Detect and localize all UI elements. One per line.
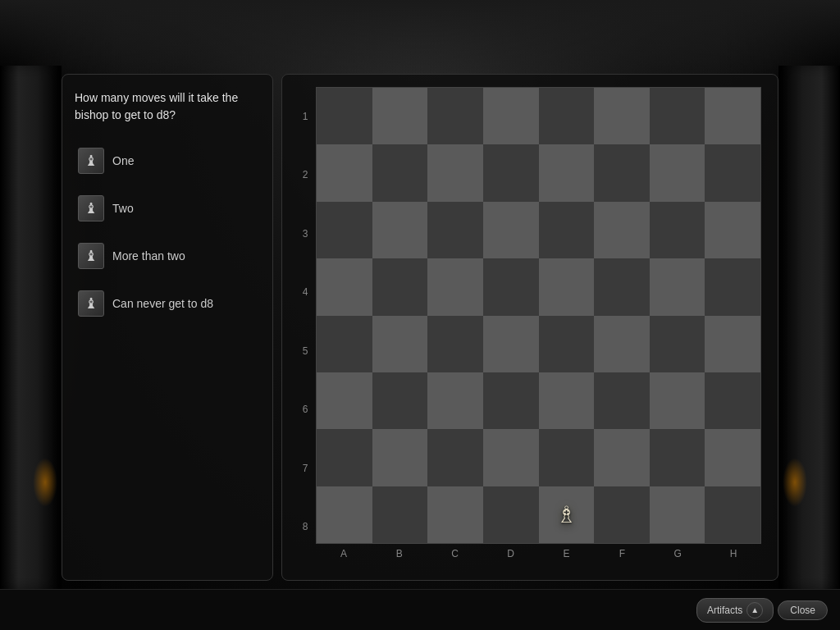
question-text: How many moves will it take the bishop t… [75, 89, 260, 124]
chess-square [650, 88, 705, 144]
chess-area: 8 7 6 5 4 3 2 1 ♗ A B C D E F G H [281, 74, 778, 581]
chess-square [427, 202, 483, 258]
answer-option-two[interactable]: ♝ Two [75, 192, 260, 225]
chess-square [594, 202, 650, 258]
chess-square [317, 429, 372, 486]
file-label-e: E [539, 548, 595, 559]
chess-square [539, 144, 595, 201]
chess-square [427, 258, 483, 315]
chess-square [483, 144, 539, 201]
chess-square [539, 372, 595, 429]
file-labels: A B C D E F G H [316, 548, 761, 559]
chess-square [650, 258, 705, 315]
chess-square [539, 88, 595, 144]
chess-square [372, 258, 428, 315]
chess-square [483, 88, 539, 144]
chess-square [483, 372, 539, 429]
chess-square [317, 258, 372, 315]
chess-square [594, 486, 650, 543]
chess-square [705, 144, 760, 201]
chess-square [650, 372, 705, 429]
chess-square [705, 202, 760, 258]
chess-square [317, 144, 372, 201]
question-panel: How many moves will it take the bishop t… [62, 74, 273, 581]
answer-option-more[interactable]: ♝ More than two [75, 240, 260, 272]
rank-label-6: 6 [299, 381, 312, 440]
chess-square [594, 88, 650, 144]
chess-square [317, 372, 372, 429]
file-label-f: F [594, 548, 650, 559]
chess-square [427, 316, 483, 372]
rank-label-1: 1 [299, 87, 312, 146]
rank-label-7: 7 [299, 439, 312, 498]
chess-square [317, 202, 372, 258]
chess-square [372, 144, 428, 201]
chess-square [427, 486, 483, 543]
chess-square [372, 486, 428, 543]
chess-square [427, 88, 483, 144]
chess-square [483, 258, 539, 315]
rank-label-3: 3 [299, 204, 312, 263]
main-content: How many moves will it take the bishop t… [62, 74, 778, 581]
chess-square [650, 486, 705, 543]
chess-square [483, 316, 539, 372]
chess-square [705, 372, 760, 429]
chess-square [372, 429, 428, 486]
board-with-coords: 8 7 6 5 4 3 2 1 ♗ A B C D E F G H [299, 87, 761, 559]
chess-square [427, 372, 483, 429]
artifacts-button[interactable]: Artifacts ▲ [696, 598, 774, 623]
chess-square [705, 88, 760, 144]
file-label-d: D [483, 548, 539, 559]
chess-square [594, 316, 650, 372]
answer-icon-more: ♝ [78, 243, 104, 269]
answer-option-one[interactable]: ♝ One [75, 144, 260, 177]
chess-square [539, 258, 595, 315]
chess-square [483, 202, 539, 258]
chess-square [372, 316, 428, 372]
chess-square [427, 429, 483, 486]
chess-square [705, 258, 760, 315]
chess-square [483, 486, 539, 543]
answer-icon-one: ♝ [78, 148, 104, 174]
chess-square [594, 258, 650, 315]
artifacts-arrow-icon[interactable]: ▲ [746, 602, 763, 619]
chess-square [427, 144, 483, 201]
bottom-bar: Artifacts ▲ Close [0, 589, 840, 630]
chess-square [372, 202, 428, 258]
answer-label-two: Two [112, 202, 134, 215]
chess-square [317, 316, 372, 372]
chess-square [594, 144, 650, 201]
chess-square [594, 372, 650, 429]
chess-square [705, 316, 760, 372]
file-label-h: H [705, 548, 761, 559]
file-label-c: C [427, 548, 483, 559]
answer-label-more: More than two [112, 249, 185, 262]
answer-label-never: Can never get to d8 [112, 297, 213, 310]
pillar-right [778, 66, 840, 589]
chess-square [483, 429, 539, 486]
chess-square [650, 144, 705, 201]
chess-square [705, 429, 760, 486]
board-and-files: ♗ A B C D E F G H [316, 87, 761, 559]
chess-square [372, 372, 428, 429]
bishop-piece: ♗ [556, 501, 577, 528]
ceiling-decoration [0, 0, 840, 74]
rank-labels: 8 7 6 5 4 3 2 1 [299, 87, 312, 559]
chess-square [539, 202, 595, 258]
answer-label-one: One [112, 154, 134, 167]
file-label-g: G [650, 548, 705, 559]
close-button[interactable]: Close [778, 600, 828, 620]
answer-icon-two: ♝ [78, 195, 104, 221]
rank-label-5: 5 [299, 322, 312, 381]
answer-option-never[interactable]: ♝ Can never get to d8 [75, 287, 260, 320]
chess-square [539, 316, 595, 372]
chess-square [650, 202, 705, 258]
chess-square [594, 429, 650, 486]
chess-square [539, 429, 595, 486]
rank-label-4: 4 [299, 263, 312, 322]
pillar-left [0, 66, 62, 589]
rank-label-2: 2 [299, 146, 312, 205]
chess-square [317, 486, 372, 543]
chess-square: ♗ [539, 486, 595, 543]
file-label-a: A [316, 548, 372, 559]
